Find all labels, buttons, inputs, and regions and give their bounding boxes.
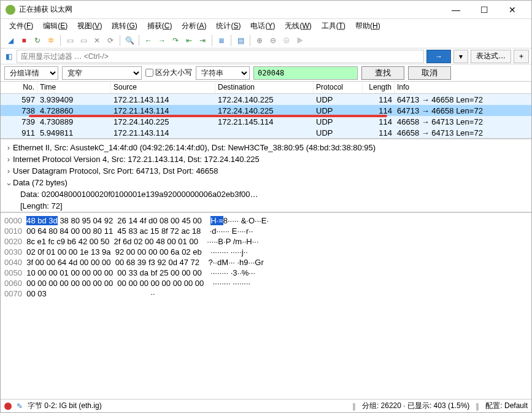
status-packets: 分组: 26220 · 已显示: 403 (1.5%) (362, 401, 469, 411)
capture-options-icon[interactable]: ✲ (45, 34, 57, 47)
packet-bytes-pane[interactable]: 0000 48 bd 3d 38 80 95 04 92 26 14 4f d0… (1, 213, 531, 399)
toolbar-separator (139, 35, 139, 46)
restart-capture-icon[interactable]: ↻ (31, 34, 44, 47)
menu-h[interactable]: 帮助(H) (350, 20, 385, 33)
search-value-input[interactable] (253, 66, 358, 80)
toolbar-separator (231, 35, 231, 46)
menu-a[interactable]: 分析(A) (177, 20, 211, 33)
detail-line[interactable]: [Length: 72] (4, 200, 528, 212)
go-first-icon[interactable]: ⇤ (183, 34, 195, 47)
cell-len: 114 (363, 128, 395, 137)
go-to-packet-icon[interactable]: ↷ (169, 34, 182, 47)
display-filter-input[interactable] (17, 50, 424, 63)
search-width-select[interactable]: 宽窄 (62, 66, 142, 80)
menu-f[interactable]: 文件(F) (4, 20, 38, 33)
hex-line[interactable]: 0060 00 00 00 00 00 00 00 00 00 00 00 00… (4, 278, 528, 288)
packet-row[interactable]: 9115.949811172.21.143.114UDP11446658 → 6… (1, 127, 531, 138)
main-toolbar: ◢■↻✲▭▭✕⟳🔍←→↷⇤⇥≣▤⊕⊖⦾⫸ (1, 33, 531, 48)
status-profile[interactable]: 配置: Default (485, 401, 528, 411)
hex-line[interactable]: 0040 3f 00 00 64 4d 00 00 00 00 68 39 f3… (4, 257, 528, 268)
col-length[interactable]: Length (363, 82, 395, 93)
cancel-button[interactable]: 取消 (408, 66, 451, 80)
cell-time: 5.949811 (37, 128, 111, 137)
expand-caret-icon[interactable]: › (4, 153, 13, 165)
go-back-icon[interactable]: ← (142, 34, 155, 47)
packet-row[interactable]: 7394.730889172.24.140.225172.21.145.114U… (1, 116, 531, 127)
cell-time: 4.730889 (37, 117, 111, 126)
search-type-select[interactable]: 字符串 (196, 66, 250, 80)
find-bar: 分组详情 宽窄 区分大小写 字符串 查找 取消 (1, 64, 531, 82)
close-file-icon[interactable]: ✕ (91, 34, 103, 47)
expand-caret-icon[interactable]: ⌄ (4, 177, 13, 188)
detail-text: User Datagram Protocol, Src Port: 64713,… (13, 166, 218, 176)
detail-text: [Length: 72] (20, 201, 63, 210)
edit-icon[interactable]: ✎ (17, 402, 23, 411)
hex-line[interactable]: 0020 8c e1 fc c9 b6 42 00 50 2f 6d 02 00… (4, 236, 528, 247)
menu-s[interactable]: 统计(S) (211, 20, 245, 33)
col-info[interactable]: Info (395, 82, 531, 93)
col-time[interactable]: Time (37, 82, 111, 93)
expert-info-icon[interactable] (4, 403, 12, 410)
menu-v[interactable]: 视图(V) (72, 20, 107, 33)
expand-caret-icon[interactable]: › (4, 142, 13, 153)
menu-t[interactable]: 工具(T) (317, 20, 350, 33)
zoom-reset-icon[interactable]: ⦾ (280, 34, 293, 47)
col-no[interactable]: No. (1, 82, 37, 93)
bookmark-dropdown-button[interactable]: ▾ (453, 50, 468, 63)
menu-g[interactable]: 跳转(G) (107, 20, 142, 33)
apply-filter-button[interactable]: → (426, 50, 451, 63)
reload-icon[interactable]: ⟳ (104, 34, 117, 47)
bookmark-icon[interactable]: ◧ (3, 50, 14, 63)
col-destination[interactable]: Destination (215, 82, 314, 93)
hex-line[interactable]: 0070 00 03 ·· (4, 288, 528, 299)
go-forward-icon[interactable]: → (156, 34, 168, 47)
detail-line[interactable]: ›User Datagram Protocol, Src Port: 64713… (4, 165, 528, 177)
minimize-button[interactable]: — (442, 1, 470, 19)
hex-line[interactable]: 0050 10 00 00 01 00 00 00 00 00 33 da bf… (4, 268, 528, 278)
packet-details-pane[interactable]: ›Ethernet II, Src: AsustekC_14:4f:d0 (04… (1, 139, 531, 213)
col-protocol[interactable]: Protocol (314, 82, 363, 93)
detail-text: Internet Protocol Version 4, Src: 172.21… (13, 155, 260, 164)
find-icon[interactable]: 🔍 (123, 34, 136, 47)
find-button[interactable]: 查找 (361, 66, 404, 80)
auto-scroll-icon[interactable]: ≣ (215, 34, 228, 47)
case-checkbox-input[interactable] (145, 69, 153, 77)
packet-row[interactable]: 5973.939409172.21.143.114172.24.140.225U… (1, 94, 531, 105)
cell-info: 46658 → 64713 Len=72 (395, 128, 531, 137)
cell-src: 172.21.143.114 (111, 128, 215, 137)
detail-line[interactable]: ›Internet Protocol Version 4, Src: 172.2… (4, 153, 528, 165)
search-scope-select[interactable]: 分组详情 (4, 66, 58, 80)
menu-y[interactable]: 电话(Y) (245, 20, 280, 33)
add-filter-button[interactable]: + (514, 50, 529, 63)
expression-button[interactable]: 表达式… (471, 50, 511, 63)
resize-columns-icon[interactable]: ⫸ (294, 34, 306, 47)
open-file-icon[interactable]: ▭ (64, 34, 76, 47)
zoom-in-icon[interactable]: ⊕ (253, 34, 266, 47)
col-source[interactable]: Source (111, 82, 215, 93)
menu-c[interactable]: 捕获(C) (142, 20, 177, 33)
hex-line[interactable]: 0000 48 bd 3d 38 80 95 04 92 26 14 4f d0… (4, 215, 528, 226)
app-icon (6, 5, 15, 15)
case-sensitive-checkbox[interactable]: 区分大小写 (145, 68, 192, 78)
detail-line[interactable]: ›Ethernet II, Src: AsustekC_14:4f:d0 (04… (4, 142, 528, 153)
menu-e[interactable]: 编辑(E) (38, 20, 72, 33)
cell-proto: UDP (314, 106, 363, 115)
packet-list-header: No. Time Source Destination Protocol Len… (1, 82, 531, 94)
menu-w[interactable]: 无线(W) (280, 20, 316, 33)
hex-line[interactable]: 0030 02 0f 01 00 00 1e 13 9a 92 00 00 00… (4, 247, 528, 257)
save-file-icon[interactable]: ▭ (77, 34, 90, 47)
zoom-out-icon[interactable]: ⊖ (267, 34, 279, 47)
detail-line[interactable]: Data: 020048000100020f0100001e139a920000… (4, 188, 528, 200)
start-capture-icon[interactable]: ◢ (4, 34, 17, 47)
maximize-button[interactable]: ☐ (470, 1, 498, 19)
colorize-icon[interactable]: ▤ (234, 34, 247, 47)
close-button[interactable]: ✕ (498, 1, 526, 19)
stop-capture-icon[interactable]: ■ (18, 34, 30, 47)
cell-proto: UDP (314, 128, 363, 137)
packet-row[interactable]: 7384.728860172.21.143.114172.24.140.225U… (1, 105, 531, 116)
go-last-icon[interactable]: ⇥ (196, 34, 209, 47)
detail-line[interactable]: ⌄Data (72 bytes) (4, 177, 528, 188)
expand-caret-icon[interactable]: › (4, 165, 13, 177)
cell-info: 64713 → 46658 Len=72 (395, 106, 531, 115)
hex-line[interactable]: 0010 00 64 80 84 00 00 80 11 45 83 ac 15… (4, 226, 528, 236)
